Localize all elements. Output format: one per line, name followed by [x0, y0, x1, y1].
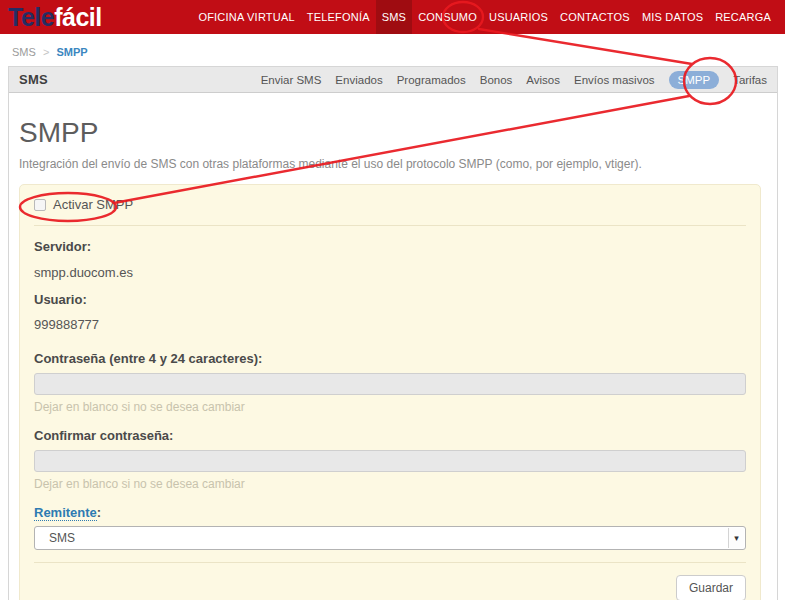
usuario-label: Usuario: — [34, 292, 746, 307]
tab-enviar-sms[interactable]: Enviar SMS — [261, 74, 322, 86]
dropdown-arrow-icon[interactable]: ▾ — [728, 528, 744, 548]
breadcrumb: SMS > SMPP — [0, 34, 785, 66]
nav-item-mis-datos[interactable]: MIS DATOS — [636, 0, 709, 34]
remitente-tooltip-label[interactable]: Remitente — [34, 505, 97, 521]
confirm-password-input[interactable] — [34, 450, 746, 472]
divider-bottom — [34, 562, 746, 563]
breadcrumb-sms-link[interactable]: SMS — [12, 46, 36, 58]
tab-programados[interactable]: Programados — [397, 74, 466, 86]
top-header: Telefácil OFICINA VIRTUAL TELEFONÍA SMS … — [0, 0, 785, 34]
tab-smpp[interactable]: SMPP — [669, 71, 720, 89]
servidor-label: Servidor: — [34, 239, 746, 254]
brand-logo: Telefácil — [8, 0, 102, 34]
password-help: Dejar en blanco si no se desea cambiar — [34, 400, 746, 414]
confirm-password-help: Dejar en blanco si no se desea cambiar — [34, 477, 746, 491]
form-actions: Guardar — [34, 575, 746, 600]
nav-item-contactos[interactable]: CONTACTOS — [554, 0, 636, 34]
confirm-password-label: Confirmar contraseña: — [34, 428, 746, 443]
remitente-select[interactable]: SMS ▾ — [34, 526, 746, 550]
brand-logo-right: fácil — [54, 3, 102, 31]
servidor-value: smpp.duocom.es — [34, 265, 746, 280]
nav-item-oficina-virtual[interactable]: OFICINA VIRTUAL — [192, 0, 300, 34]
password-input[interactable] — [34, 373, 746, 395]
nav-item-sms[interactable]: SMS — [376, 0, 412, 34]
nav-item-telefonia[interactable]: TELEFONÍA — [301, 0, 376, 34]
sms-subnav-bar: SMS Enviar SMS Enviados Programados Bono… — [9, 67, 777, 93]
breadcrumb-separator: > — [43, 46, 49, 58]
subnav-tabs: Enviar SMS Enviados Programados Bonos Av… — [261, 71, 767, 89]
subnav-section-title: SMS — [19, 72, 48, 87]
main-panel: SMS Enviar SMS Enviados Programados Bono… — [8, 66, 778, 600]
smpp-form-panel: Activar SMPP Servidor: smpp.duocom.es Us… — [19, 184, 761, 600]
top-nav: OFICINA VIRTUAL TELEFONÍA SMS CONSUMO US… — [192, 0, 777, 34]
nav-item-usuarios[interactable]: USUARIOS — [483, 0, 554, 34]
activar-smpp-label: Activar SMPP — [53, 197, 133, 212]
breadcrumb-smpp-link[interactable]: SMPP — [56, 46, 87, 58]
nav-item-consumo[interactable]: CONSUMO — [412, 0, 483, 34]
tab-tarifas[interactable]: Tarifas — [733, 74, 767, 86]
activar-smpp-checkbox[interactable] — [34, 199, 46, 211]
page-title: SMPP — [19, 117, 761, 149]
content-area: SMPP Integración del envío de SMS con ot… — [9, 117, 777, 600]
divider-top — [34, 225, 746, 226]
save-button[interactable]: Guardar — [676, 575, 746, 600]
tab-avisos[interactable]: Avisos — [526, 74, 560, 86]
activar-smpp-row: Activar SMPP — [34, 197, 746, 212]
usuario-value: 999888777 — [34, 317, 746, 332]
nav-item-recarga[interactable]: RECARGA — [709, 0, 777, 34]
tab-enviados[interactable]: Enviados — [335, 74, 382, 86]
page-description: Integración del envío de SMS con otras p… — [19, 157, 761, 171]
tab-envios-masivos[interactable]: Envíos masivos — [574, 74, 655, 86]
remitente-colon: : — [97, 505, 101, 520]
password-label: Contraseña (entre 4 y 24 caracteres): — [34, 351, 746, 366]
brand-logo-left: Tele — [8, 3, 54, 31]
remitente-label-row: Remitente: — [34, 505, 746, 520]
tab-bonos[interactable]: Bonos — [480, 74, 513, 86]
remitente-selected-value: SMS — [49, 531, 75, 545]
